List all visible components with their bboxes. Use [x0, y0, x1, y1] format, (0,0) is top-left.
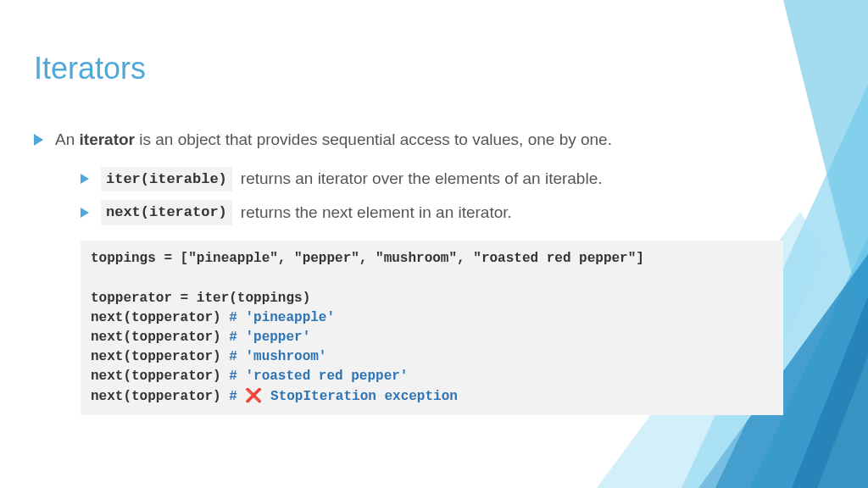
code-example: toppings = ["pineapple", "pepper", "mush… — [81, 241, 783, 415]
bullet-icon — [34, 134, 43, 146]
iter-code: iter(iterable) — [101, 167, 232, 192]
x-icon: ❌ — [245, 387, 262, 407]
intro-bullet: An iterator is an object that provides s… — [34, 129, 826, 152]
iter-desc: returns an iterator over the elements of… — [241, 168, 603, 191]
code-line: toppings = ["pineapple", "pepper", "mush… — [91, 249, 773, 269]
code-line: next(topperator) # 'roasted red pepper' — [91, 367, 773, 386]
code-line: next(topperator) # ❌ StopIteration excep… — [91, 387, 773, 407]
sub-bullet-next: next(iterator) returns the next element … — [81, 200, 826, 225]
code-line: next(topperator) # 'mushroom' — [91, 347, 773, 367]
code-line: topperator = iter(toppings) — [91, 289, 773, 308]
sub-bullet-iter: iter(iterable) returns an iterator over … — [81, 167, 826, 192]
intro-post: is an object that provides sequential ac… — [135, 130, 612, 148]
next-code: next(iterator) — [101, 200, 232, 225]
intro-bold: iterator — [80, 130, 135, 148]
code-line: next(topperator) # 'pineapple' — [91, 308, 773, 328]
bullet-icon — [81, 174, 89, 184]
slide-title: Iterators — [34, 51, 826, 86]
code-line: next(topperator) # 'pepper' — [91, 328, 773, 347]
intro-pre: An — [55, 130, 80, 148]
bullet-icon — [81, 208, 89, 218]
next-desc: returns the next element in an iterator. — [241, 202, 512, 225]
